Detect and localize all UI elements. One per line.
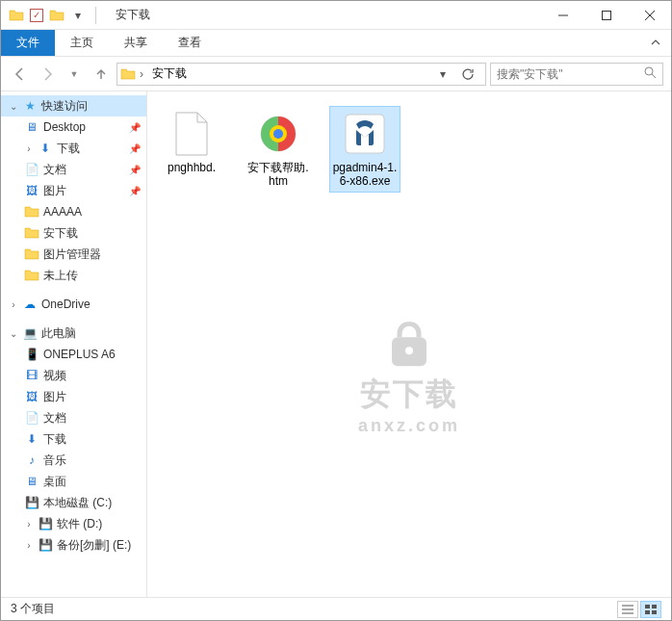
sidebar-item-drive-c[interactable]: 💾本地磁盘 (C:) [1, 492, 146, 513]
icons-view-button[interactable] [640, 601, 661, 618]
sidebar-item-label: 下载 [57, 141, 80, 157]
sidebar-item-label: 文档 [43, 410, 66, 427]
search-input[interactable] [497, 67, 643, 81]
sidebar-item-label: Desktop [43, 120, 86, 134]
file-item[interactable]: pnghhbd. [157, 107, 226, 178]
qat-dropdown-icon[interactable]: ▾ [70, 8, 86, 23]
expand-icon[interactable]: › [9, 299, 18, 310]
sidebar-item-drive-e[interactable]: ›💾备份[勿删] (E:) [1, 534, 146, 556]
sidebar-item-music[interactable]: ♪音乐 [1, 450, 146, 471]
file-name-label: pnghhbd. [168, 161, 216, 174]
navigation-pane[interactable]: ⌄ ★ 快速访问 🖥Desktop📌 ›⬇下载📌 📄文档📌 🖼图片📌 AAAAA… [1, 91, 147, 597]
sidebar-item-folder[interactable]: AAAAA [1, 201, 146, 222]
item-count: 3 个项目 [11, 601, 55, 617]
sidebar-item-downloads[interactable]: ›⬇下载📌 [1, 138, 146, 159]
star-icon: ★ [22, 98, 38, 114]
device-icon: 📱 [24, 347, 39, 362]
sidebar-item-label: 图片 [43, 183, 66, 199]
sidebar-item-downloads[interactable]: ⬇下载 [1, 428, 146, 450]
sidebar-this-pc[interactable]: ⌄💻此电脑 [1, 323, 146, 344]
tab-file[interactable]: 文件 [1, 30, 55, 56]
sidebar-onedrive[interactable]: ›☁OneDrive [1, 294, 146, 315]
sidebar-item-label: 软件 (D:) [57, 516, 102, 532]
svg-rect-9 [652, 605, 657, 608]
file-item[interactable]: 安下载帮助.htm [244, 107, 313, 192]
pin-icon: 📌 [129, 186, 141, 196]
sidebar-item-device[interactable]: 📱ONEPLUS A6 [1, 344, 146, 365]
back-button[interactable] [9, 63, 32, 86]
sidebar-item-label: 图片 [43, 389, 66, 405]
sidebar-item-label: 快速访问 [41, 98, 88, 115]
svg-point-1 [645, 67, 653, 75]
sidebar-item-pictures[interactable]: 🖼图片 [1, 386, 146, 407]
drive-icon: 💾 [38, 516, 53, 531]
minimize-button[interactable] [541, 1, 584, 29]
sidebar-item-drive-d[interactable]: ›💾软件 (D:) [1, 513, 146, 534]
sidebar-item-label: 下载 [43, 431, 66, 448]
qat-properties-icon[interactable]: ✓ [30, 9, 43, 22]
recent-dropdown-icon[interactable]: ▼ [63, 63, 86, 86]
sidebar-item-label: 音乐 [43, 453, 66, 469]
folder-icon [119, 66, 137, 82]
sidebar-item-label: ONEPLUS A6 [43, 348, 116, 361]
sidebar-item-folder[interactable]: 未上传 [1, 265, 146, 286]
qat-folder-icon[interactable] [49, 8, 65, 23]
document-icon: 📄 [24, 410, 39, 426]
maximize-button[interactable] [584, 1, 628, 29]
music-icon: ♪ [24, 453, 39, 468]
tab-home[interactable]: 主页 [55, 30, 109, 56]
download-icon: ⬇ [24, 431, 39, 447]
sidebar-item-documents[interactable]: 📄文档 [1, 407, 146, 428]
file-list[interactable]: pnghhbd. 安下载帮助.htm pgadmin4-1.6-x86.exe … [147, 91, 671, 597]
details-view-button[interactable] [617, 601, 638, 618]
onedrive-icon: ☁ [22, 297, 38, 312]
folder-icon [24, 204, 39, 220]
collapse-icon[interactable]: ⌄ [9, 328, 18, 339]
folder-icon [24, 268, 39, 283]
file-item[interactable]: pgadmin4-1.6-x86.exe [330, 107, 400, 192]
sidebar-item-folder[interactable]: 安下载 [1, 222, 146, 244]
sidebar-item-label: 桌面 [43, 474, 66, 490]
search-icon[interactable] [643, 65, 657, 82]
chevron-right-icon[interactable]: › [137, 67, 146, 81]
document-icon: 📄 [24, 162, 39, 177]
sidebar-item-label: AAAAA [43, 205, 82, 219]
search-box[interactable] [490, 63, 663, 86]
sidebar-item-label: 本地磁盘 (C:) [43, 495, 112, 511]
collapse-icon[interactable]: ⌄ [9, 101, 18, 112]
desktop-icon: 🖥 [24, 474, 39, 489]
tab-share[interactable]: 共享 [109, 30, 163, 56]
forward-button[interactable] [36, 63, 59, 86]
expand-icon[interactable]: › [24, 143, 34, 154]
sidebar-item-label: 备份[勿删] (E:) [57, 537, 131, 554]
sidebar-item-desktop[interactable]: 🖥Desktop📌 [1, 116, 146, 138]
window-title: 安下载 [116, 7, 150, 23]
ribbon-tabs: 文件 主页 共享 查看 [1, 30, 671, 57]
svg-point-4 [273, 129, 283, 139]
file-name-label: pgadmin4-1.6-x86.exe [332, 161, 398, 188]
folder-icon [24, 246, 39, 262]
pin-icon: 📌 [129, 122, 141, 133]
sidebar-item-label: 未上传 [43, 268, 78, 284]
expand-icon[interactable]: › [24, 519, 34, 530]
up-button[interactable] [90, 63, 113, 86]
tab-view[interactable]: 查看 [163, 30, 217, 56]
close-button[interactable] [628, 1, 671, 29]
sidebar-item-pictures[interactable]: 🖼图片📌 [1, 180, 146, 201]
expand-icon[interactable]: › [24, 540, 34, 551]
pictures-icon: 🖼 [24, 183, 39, 198]
folder-icon [24, 225, 39, 241]
sidebar-item-desktop[interactable]: 🖥桌面 [1, 471, 146, 492]
sidebar-item-folder[interactable]: 图片管理器 [1, 244, 146, 265]
sidebar-item-videos[interactable]: 🎞视频 [1, 365, 146, 386]
ribbon-collapse-button[interactable] [640, 30, 671, 56]
desktop-icon: 🖥 [24, 119, 39, 135]
sidebar-item-label: 图片管理器 [43, 246, 101, 263]
address-dropdown-icon[interactable]: ▾ [431, 63, 454, 86]
address-bar[interactable]: › 安下载 ▾ [116, 63, 486, 86]
sidebar-item-documents[interactable]: 📄文档📌 [1, 159, 146, 180]
breadcrumb-segment[interactable]: 安下载 [146, 64, 193, 85]
svg-point-7 [405, 347, 413, 354]
refresh-button[interactable] [456, 63, 479, 86]
sidebar-quick-access[interactable]: ⌄ ★ 快速访问 [1, 95, 146, 116]
